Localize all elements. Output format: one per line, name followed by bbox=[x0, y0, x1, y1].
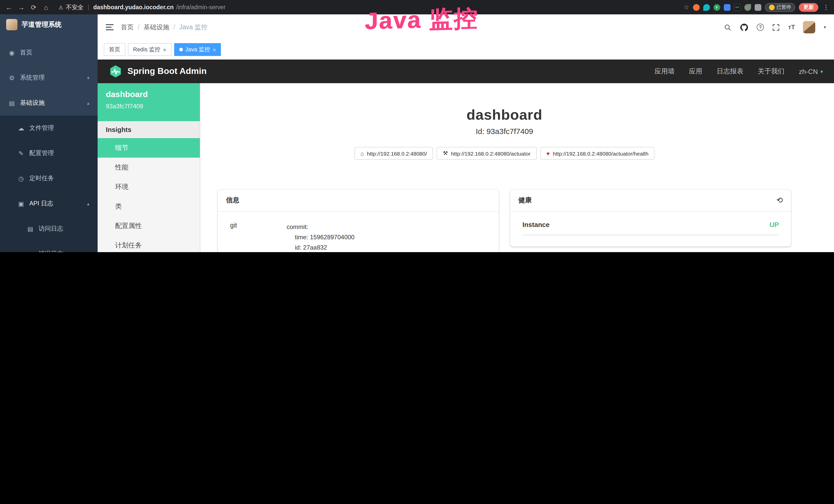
help-icon[interactable]: ? bbox=[757, 24, 764, 31]
search-icon[interactable] bbox=[724, 23, 732, 31]
browser-chrome: ← → ⟳ ⌂ ⚠ 不安全 | dashboard.yudao.iocoder.… bbox=[0, 0, 834, 15]
app-logo[interactable]: 芋道管理系统 bbox=[0, 15, 97, 35]
sidebar-toggle-icon[interactable] bbox=[106, 24, 113, 30]
home-icon[interactable]: ⌂ bbox=[42, 3, 50, 11]
avatar-caret-icon[interactable]: ▾ bbox=[824, 25, 826, 30]
sba-item-label: 细节 bbox=[115, 143, 128, 153]
sidebar-item-infrastructure[interactable]: ▤ 基础设施 ▴ bbox=[0, 90, 97, 116]
timer-icon: ◷ bbox=[18, 175, 25, 182]
bookmark-star-icon[interactable]: ☆ bbox=[683, 4, 689, 11]
sba-item-config-props[interactable]: 配置属性 bbox=[97, 216, 200, 236]
chevron-down-icon: ▾ bbox=[87, 75, 89, 81]
extension-drop-icon[interactable] bbox=[703, 4, 710, 10]
info-card-title: 信息 bbox=[218, 189, 499, 211]
breadcrumb-separator: / bbox=[138, 24, 139, 31]
breadcrumb-current: Java 监控 bbox=[179, 23, 207, 31]
close-icon[interactable]: × bbox=[213, 46, 216, 53]
health-url-button[interactable]: ♥ http://192.168.0.2:48080/actuator/heal… bbox=[540, 147, 655, 160]
sidebar-item-label: 定时任务 bbox=[29, 174, 54, 183]
instance-links: ⌂ http://192.168.0.2:48080/ ⚒ http://192… bbox=[218, 147, 791, 160]
browser-menu-icon[interactable]: ⋮ bbox=[823, 4, 829, 11]
sba-item-classes[interactable]: 类 bbox=[97, 197, 200, 216]
sidebar-item-access-logs[interactable]: ▤ 访问日志 bbox=[0, 216, 97, 241]
sidebar-item-error-logs[interactable]: ▥ 错误日志 bbox=[0, 241, 97, 252]
health-card: 健康 ⟲ Instance UP bbox=[510, 189, 791, 247]
home-icon: ⌂ bbox=[360, 150, 364, 156]
forward-icon[interactable]: → bbox=[18, 3, 25, 11]
sba-instance-sidebar: dashboard 93a3fc7f7409 Insights 细节 性能 环境… bbox=[97, 83, 200, 252]
actuator-url: http://192.168.0.2:48080/actuator bbox=[451, 150, 530, 156]
dashboard-icon: ◉ bbox=[8, 49, 16, 56]
sba-nav-about[interactable]: 关于我们 bbox=[758, 67, 785, 76]
sba-item-label: 性能 bbox=[115, 163, 128, 172]
extension-green-icon[interactable]: Y bbox=[713, 4, 720, 10]
info-value: commit: time: 1596289704000 id: 27aa832 … bbox=[283, 220, 490, 252]
instance-details: dashboard Id: 93a3fc7f7409 ⌂ http://192.… bbox=[200, 83, 834, 252]
service-url-button[interactable]: ⌂ http://192.168.0.2:48080/ bbox=[354, 147, 433, 160]
sidebar-item-home[interactable]: ◉ 首页 bbox=[0, 40, 97, 65]
sba-item-environment[interactable]: 环境 bbox=[97, 177, 200, 197]
instance-header[interactable]: dashboard 93a3fc7f7409 bbox=[97, 83, 200, 121]
back-icon[interactable]: ← bbox=[5, 3, 13, 11]
breadcrumb: 首页 / 基础设施 / Java 监控 bbox=[121, 23, 207, 31]
active-dot-icon bbox=[179, 48, 183, 51]
fullscreen-icon[interactable] bbox=[772, 23, 780, 31]
github-icon[interactable] bbox=[740, 23, 749, 31]
sba-item-performance[interactable]: 性能 bbox=[97, 158, 200, 177]
breadcrumb-infrastructure[interactable]: 基础设施 bbox=[144, 23, 169, 31]
git-commit-id: id: 27aa832 bbox=[287, 243, 486, 252]
sidebar-item-label: API 日志 bbox=[29, 199, 53, 208]
chevron-up-icon: ▴ bbox=[87, 100, 89, 106]
infrastructure-icon: ▤ bbox=[8, 99, 16, 107]
sba-item-label: 配置属性 bbox=[115, 221, 142, 231]
extension-fox-icon[interactable] bbox=[693, 4, 699, 10]
sba-nav-journal[interactable]: 日志报表 bbox=[717, 67, 743, 76]
extension-on-icon[interactable]: on bbox=[734, 4, 741, 10]
instance-id: 93a3fc7f7409 bbox=[106, 103, 192, 110]
sba-locale-select[interactable]: zh-CN ▾ bbox=[799, 68, 823, 75]
heart-icon: ♥ bbox=[546, 150, 550, 156]
reload-icon[interactable]: ⟳ bbox=[30, 3, 38, 11]
user-avatar[interactable] bbox=[803, 21, 815, 33]
sidebar-item-config-management[interactable]: ✎ 配置管理 bbox=[0, 141, 97, 166]
security-label[interactable]: 不安全 bbox=[66, 3, 84, 11]
sidebar-item-scheduled-tasks[interactable]: ◷ 定时任务 bbox=[0, 166, 97, 191]
health-instance-row: Instance UP bbox=[523, 221, 779, 235]
health-card-title: 健康 bbox=[518, 196, 532, 205]
sidebar-item-label: 基础设施 bbox=[20, 98, 45, 107]
locale-label: zh-CN bbox=[799, 68, 818, 75]
close-icon[interactable]: × bbox=[163, 46, 166, 53]
sba-item-scheduled-tasks[interactable]: 计划任务 bbox=[97, 236, 200, 252]
profile-paused-badge[interactable]: 已暂停 bbox=[765, 3, 795, 12]
extension-grid-icon[interactable] bbox=[724, 4, 730, 10]
tags-view-bar: 首页 Redis 监控 × Java 监控 × bbox=[97, 40, 834, 60]
actuator-url-button[interactable]: ⚒ http://192.168.0.2:48080/actuator bbox=[437, 147, 536, 160]
git-commit-label: commit: bbox=[287, 222, 486, 232]
breadcrumb-home[interactable]: 首页 bbox=[121, 23, 134, 31]
sidebar-item-api-logs[interactable]: ▣ API 日志 ▴ bbox=[0, 191, 97, 216]
sidebar-item-system-management[interactable]: ⚙ 系统管理 ▾ bbox=[0, 65, 97, 90]
extension-leaf-icon[interactable] bbox=[744, 4, 751, 10]
chrome-update-button[interactable]: 更新 bbox=[799, 3, 818, 12]
sba-nav-wallboard[interactable]: 应用墙 bbox=[655, 67, 675, 76]
health-url: http://192.168.0.2:48080/actuator/health bbox=[553, 150, 648, 156]
breadcrumb-separator: / bbox=[173, 24, 175, 31]
tab-java-monitor[interactable]: Java 监控 × bbox=[174, 43, 221, 56]
history-icon[interactable]: ⟲ bbox=[776, 196, 783, 205]
tab-redis-monitor[interactable]: Redis 监控 × bbox=[128, 43, 171, 56]
address-divider: | bbox=[88, 4, 89, 10]
sba-header: Spring Boot Admin 应用墙 应用 日志报表 关于我们 zh-CN… bbox=[97, 60, 834, 83]
profile-avatar-icon bbox=[769, 4, 774, 10]
tab-label: 首页 bbox=[109, 46, 120, 53]
page-title: dashboard bbox=[218, 107, 791, 123]
extensions-puzzle-icon[interactable] bbox=[754, 4, 761, 10]
tab-home[interactable]: 首页 bbox=[104, 43, 125, 56]
sba-item-details[interactable]: 细节 bbox=[97, 138, 200, 158]
sidebar-item-file-management[interactable]: ☁ 文件管理 bbox=[0, 116, 97, 141]
address-bar[interactable]: ⚠ 不安全 | dashboard.yudao.iocoder.cn/infra… bbox=[59, 3, 679, 11]
sba-brand[interactable]: Spring Boot Admin bbox=[109, 65, 207, 78]
sba-nav-applications[interactable]: 应用 bbox=[689, 67, 702, 76]
font-size-icon[interactable]: тT bbox=[788, 24, 795, 31]
tab-label: Redis 监控 bbox=[133, 46, 160, 53]
logo-image bbox=[6, 19, 18, 30]
